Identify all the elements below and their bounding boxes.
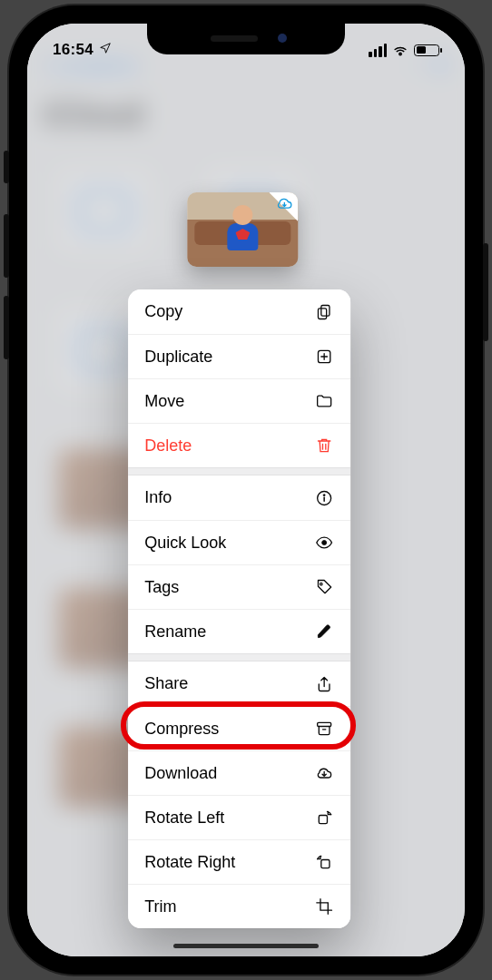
menu-item-delete[interactable]: Delete [128, 423, 350, 467]
menu-item-label: Trim [144, 897, 176, 916]
wifi-icon [392, 44, 408, 56]
info-icon [314, 488, 334, 508]
menu-item-label: Tags [144, 578, 179, 597]
menu-item-compress[interactable]: Compress [128, 706, 350, 750]
tag-icon [314, 577, 334, 597]
menu-item-duplicate[interactable]: Duplicate [128, 334, 350, 378]
menu-separator [128, 467, 350, 475]
mute-switch[interactable] [4, 151, 9, 183]
menu-item-rotateleft[interactable]: Rotate Left [128, 795, 350, 839]
menu-item-label: Duplicate [144, 348, 212, 367]
copy-icon [314, 302, 334, 322]
menu-item-move[interactable]: Move [128, 378, 350, 423]
menu-item-label: Quick Look [144, 534, 226, 553]
menu-item-info[interactable]: Info [128, 475, 350, 520]
pencil-icon [314, 622, 334, 642]
menu-item-label: Move [144, 392, 184, 411]
side-button[interactable] [483, 243, 488, 341]
cloud-download-badge-icon [273, 195, 295, 217]
screen: ⟨ Locations⋯ ☰ iCloud 16:54 [27, 24, 465, 956]
menu-item-label: Delete [144, 436, 192, 456]
menu-item-label: Compress [144, 720, 219, 739]
menu-item-label: Info [144, 488, 172, 507]
menu-item-label: Copy [144, 302, 182, 321]
cellular-icon [369, 44, 387, 57]
menu-item-label: Rename [144, 622, 206, 642]
menu-item-tags[interactable]: Tags [128, 564, 350, 609]
home-indicator[interactable] [173, 944, 319, 948]
archive-icon [314, 719, 334, 739]
menu-item-quicklook[interactable]: Quick Look [128, 520, 350, 564]
phone-frame: ⟨ Locations⋯ ☰ iCloud 16:54 [9, 5, 483, 975]
menu-item-label: Rotate Right [144, 853, 235, 872]
menu-item-download[interactable]: Download [128, 750, 350, 795]
menu-item-share[interactable]: Share [128, 662, 350, 706]
status-time: 16:54 [53, 41, 93, 59]
location-services-icon [99, 42, 112, 58]
share-icon [314, 674, 334, 694]
eye-icon [314, 533, 334, 553]
menu-item-copy[interactable]: Copy [128, 289, 350, 334]
volume-up-button[interactable] [4, 214, 9, 278]
rotate-left-icon [314, 808, 334, 828]
menu-item-label: Download [144, 764, 217, 783]
crop-icon [314, 897, 334, 916]
notch [147, 24, 345, 54]
duplicate-icon [314, 347, 334, 367]
volume-down-button[interactable] [4, 296, 9, 359]
file-thumbnail[interactable] [187, 192, 298, 267]
menu-separator [128, 653, 350, 662]
folder-icon [314, 391, 334, 411]
menu-item-label: Share [144, 674, 188, 693]
cloud-down-icon [314, 763, 334, 783]
menu-item-label: Rotate Left [144, 808, 224, 828]
context-menu: CopyDuplicateMoveDeleteInfoQuick LookTag… [128, 289, 350, 928]
battery-icon [414, 44, 439, 56]
menu-item-trim[interactable]: Trim [128, 884, 350, 928]
rotate-right-icon [314, 852, 334, 872]
menu-item-rename[interactable]: Rename [128, 609, 350, 653]
menu-item-rotateright[interactable]: Rotate Right [128, 839, 350, 884]
trash-icon [314, 436, 334, 456]
